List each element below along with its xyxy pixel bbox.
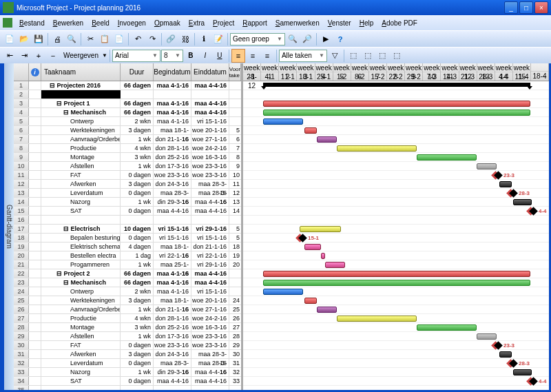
col-info[interactable]: i	[29, 63, 41, 81]
task-row[interactable]: 20Bestellen electra1 dagvri 22-1-16vri 2…	[14, 251, 241, 260]
size-combo[interactable]: 8▼	[161, 50, 183, 62]
save-icon[interactable]: 💾	[32, 32, 45, 46]
outdent-icon[interactable]: ⇤	[3, 49, 17, 63]
col-duration[interactable]: Duur	[121, 63, 154, 81]
task-row[interactable]: 14Nazorg1 wkdin 29-3-16maa 4-4-1613	[14, 198, 241, 207]
task-bar[interactable]	[300, 226, 341, 232]
task-row[interactable]: 28Montage3 wkndon 25-2-16woe 16-3-1627	[14, 323, 241, 332]
week-header[interactable]: week -128-12	[243, 63, 261, 81]
new-icon[interactable]: 📄	[3, 32, 17, 46]
note-icon[interactable]: 📝	[211, 32, 225, 46]
copy-icon[interactable]: 📋	[98, 32, 112, 46]
week-header[interactable]: 18-4	[531, 63, 549, 81]
task-row[interactable]: 10Afstellen1 wkdon 17-3-16woe 23-3-169	[14, 162, 241, 171]
task-row[interactable]: 16	[14, 216, 241, 225]
week-header[interactable]: week 425-1	[315, 63, 333, 81]
underline-icon[interactable]: U	[213, 49, 227, 63]
week-header[interactable]: week 318-1	[297, 63, 315, 81]
goto-icon[interactable]: ▶	[319, 32, 333, 46]
col-begin[interactable]: Begindatum	[154, 63, 191, 81]
align-right-icon[interactable]: ≡	[260, 49, 274, 63]
task-bar[interactable]	[477, 163, 497, 169]
task-row[interactable]: 19Elektrisch schema op4 dagenmaa 18-1-16…	[14, 243, 241, 251]
task-bar[interactable]	[263, 118, 303, 125]
unlink-icon[interactable]: ⛓	[178, 32, 192, 46]
zoom-in-icon[interactable]: 🔍	[286, 32, 300, 46]
week-header[interactable]: week 1221-3	[459, 63, 477, 81]
group-combo[interactable]: Geen groep▼	[230, 33, 285, 45]
task-bar[interactable]	[317, 136, 337, 143]
paste-icon[interactable]: 📄	[112, 32, 126, 46]
task-row[interactable]: 18Bepalen besturing0 dagenvri 15-1-16vri…	[14, 234, 241, 243]
task-row[interactable]: 2	[14, 90, 241, 99]
task-row[interactable]: 8Productie4 wkndon 28-1-16woe 24-2-167	[14, 144, 241, 153]
t1-icon[interactable]: ⬚	[346, 49, 360, 63]
show-icon[interactable]: +	[32, 49, 45, 63]
menu-adobe pdf[interactable]: Adobe PDF	[377, 18, 422, 28]
task-row[interactable]: 30FAT0 dagenwoe 23-3-16woe 23-3-1629	[14, 341, 241, 350]
task-row[interactable]: 3⊟ Project 166 dagenmaa 4-1-16maa 4-4-16	[14, 99, 241, 108]
task-row[interactable]: 7Aanvraag/Orderbeve1 wkdon 21-1-16woe 27…	[14, 135, 241, 144]
task-row[interactable]: 21Progammeren1 wkmaa 25-1-16vri 29-1-162…	[14, 260, 241, 269]
week-header[interactable]: week 144-4	[495, 63, 513, 81]
close-button[interactable]: ×	[534, 1, 548, 14]
bold-icon[interactable]: B	[184, 49, 198, 63]
week-header[interactable]: week 822-2	[387, 63, 405, 81]
task-row[interactable]: 22⊟ Project 266 dagenmaa 4-1-16maa 4-4-1…	[14, 269, 241, 278]
task-bar[interactable]	[304, 127, 317, 134]
cut-icon[interactable]: ✂	[83, 32, 97, 46]
menu-bewerken[interactable]: Bewerken	[49, 18, 87, 28]
task-bar[interactable]	[417, 324, 477, 331]
t2-icon[interactable]: ⬚	[361, 49, 375, 63]
task-bar[interactable]	[263, 101, 530, 107]
task-bar[interactable]	[263, 271, 530, 277]
task-bar[interactable]	[321, 253, 325, 259]
t4-icon[interactable]: ⬚	[390, 49, 404, 63]
autofilter-icon[interactable]: ▽	[328, 49, 342, 63]
task-row[interactable]: 29Afstellen1 wkdon 17-3-16woe 23-3-1628	[14, 332, 241, 341]
minimize-button[interactable]: _	[504, 1, 518, 14]
task-bar[interactable]	[337, 316, 417, 322]
task-row[interactable]: 13Leverdatum0 dagenmaa 28-3-16maa 28-3-1…	[14, 189, 241, 198]
menu-invoegen[interactable]: Invoegen	[114, 18, 150, 28]
task-bar[interactable]	[477, 333, 497, 340]
task-bar[interactable]	[263, 110, 530, 116]
week-header[interactable]: week 1328-3	[477, 63, 495, 81]
task-row[interactable]: 32Leverdatum0 dagenmaa 28-3-16maa 28-3-1…	[14, 359, 241, 368]
redo-icon[interactable]: ↷	[145, 32, 159, 46]
col-rownum[interactable]	[14, 63, 29, 81]
task-bar[interactable]	[263, 289, 303, 295]
menu-bestand[interactable]: Bestand	[15, 18, 49, 28]
open-icon[interactable]: 📂	[17, 32, 31, 46]
task-bar[interactable]	[263, 280, 530, 286]
task-row[interactable]: 6Werktekeningen3 dagenmaa 18-1-16woe 20-…	[14, 126, 241, 135]
menu-opmaak[interactable]: Opmaak	[150, 18, 185, 28]
week-header[interactable]: week 929-2	[405, 63, 423, 81]
align-center-icon[interactable]: ≡	[246, 49, 260, 63]
task-row[interactable]: 23⊟ Mechanisch66 dagenmaa 4-1-16maa 4-4-…	[14, 278, 241, 287]
task-row[interactable]: 17⊟ Electrisch10 dagenvri 15-1-16vri 29-…	[14, 225, 241, 234]
task-row[interactable]: 26Aanvraag/Orderbeve1 wkdon 21-1-16woe 2…	[14, 305, 241, 314]
font-combo[interactable]: Arial▼	[112, 50, 160, 62]
zoom-out-icon[interactable]: 🔎	[300, 32, 314, 46]
menu-beeld[interactable]: Beeld	[87, 18, 114, 28]
task-row[interactable]: 25Werktekeningen3 dagenmaa 18-1-16woe 20…	[14, 296, 241, 305]
maximize-button[interactable]: □	[519, 1, 533, 14]
week-header[interactable]: week 51-2	[333, 63, 351, 81]
task-row[interactable]: 33Nazorg1 wkdin 29-3-16maa 4-4-1632	[14, 368, 241, 377]
task-row[interactable]: 27Productie4 wkndon 28-1-16woe 24-2-1626	[14, 314, 241, 323]
task-row[interactable]: 5Ontwerp2 wknmaa 4-1-16vri 15-1-16	[14, 117, 241, 126]
weergeven-label[interactable]: Weergeven	[61, 52, 101, 59]
task-bar[interactable]	[417, 154, 477, 161]
undo-icon[interactable]: ↶	[131, 32, 145, 46]
view-sidebar[interactable]: Gantt-diagram	[4, 63, 14, 390]
task-row[interactable]: 4⊟ Mechanisch66 dagenmaa 4-1-16maa 4-4-1…	[14, 108, 241, 117]
link-icon[interactable]: 🔗	[164, 32, 178, 46]
task-row[interactable]: 35	[14, 386, 241, 390]
italic-icon[interactable]: I	[198, 49, 212, 63]
task-bar[interactable]	[499, 351, 512, 358]
task-row[interactable]: 9Montage3 wkndon 25-2-16woe 16-3-168	[14, 153, 241, 162]
task-bar[interactable]	[325, 262, 345, 268]
gantt-body[interactable]: 23-328-34-415-123-328-34-415-1	[243, 81, 549, 390]
task-row[interactable]: 1⊟ Projecten 201666 dagenmaa 4-1-16maa 4…	[14, 81, 241, 90]
